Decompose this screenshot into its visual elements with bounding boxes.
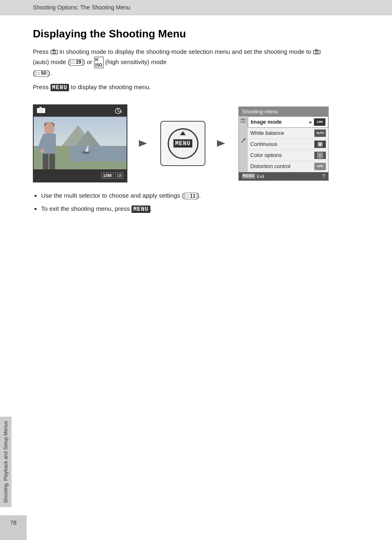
bullet1-text: Use the multi selector to choose and app… [41, 192, 184, 199]
sm-item-icon-s [314, 141, 326, 148]
sm-sidebar-camera-icon [240, 117, 247, 125]
vf-bottom-bar: 10M 18 [34, 169, 127, 182]
svg-rect-20 [319, 143, 321, 145]
sm-footer-exit: Exit [257, 174, 264, 179]
sm-footer: MENU Exit ? [239, 172, 328, 180]
menu-button-circle: MENU [168, 128, 198, 159]
person-head [44, 122, 54, 134]
camera-icon [51, 49, 58, 55]
ref-29: □ 29 [70, 59, 83, 66]
arrow-2 [214, 135, 230, 152]
arrow-1 [136, 135, 152, 152]
person-leg-right [49, 154, 55, 169]
menu-button-box: MENU [160, 121, 205, 166]
sm-body: Image mode ► 10M White balance AUTO Cont… [239, 116, 328, 172]
svg-marker-14 [217, 140, 225, 147]
person-leg-left [43, 154, 48, 169]
body1-press: Press [33, 48, 48, 55]
page-title: Displaying the Shooting Menu [33, 28, 337, 40]
vf-timer-icon: S [114, 107, 123, 115]
header-title: Shooting Options: The Shooting Menu [33, 4, 130, 11]
sm-item-icon-off: OFF [314, 163, 326, 170]
person-legs [43, 153, 56, 169]
scene-person [37, 122, 62, 169]
menu-text-bullet: MENU [131, 205, 150, 213]
sm-item-label: Color options [250, 152, 282, 158]
menu-btn-label: MENU [173, 139, 192, 148]
sm-items: Image mode ► 10M White balance AUTO Cont… [248, 116, 328, 172]
sm-sidebar [239, 116, 248, 172]
bullet2-end: . [150, 205, 152, 212]
menu-text-inline: MENU [51, 84, 69, 91]
vf-scene [34, 117, 127, 169]
sm-item-arrow: ► [309, 120, 313, 125]
vf-camera-icon [37, 107, 45, 115]
diagram-row: S [33, 104, 337, 182]
page-number: 78 [10, 519, 17, 526]
sm-header: Shooting menu [239, 107, 328, 116]
vf-counter: 18 [115, 172, 123, 179]
svg-rect-8 [39, 107, 42, 108]
bullet1-end: ). [197, 192, 201, 199]
sm-item-label: Continuous [250, 141, 277, 147]
body1-end: ). [48, 69, 52, 76]
sm-footer-menu-label: MENU [242, 173, 255, 179]
shooting-menu-mockup: Shooting menu [238, 106, 329, 181]
main-content: Displaying the Shooting Menu Press in sh… [0, 15, 370, 231]
bullet-list: Use the multi selector to choose and app… [41, 191, 337, 214]
body1-auto: (auto) mode ( [33, 58, 70, 65]
sm-item-continuous: Continuous [248, 139, 328, 150]
body1-text: in shooting mode to display the shooting… [60, 48, 313, 55]
scene-sailboat [82, 143, 90, 154]
sm-item-icon-cross [314, 152, 326, 159]
sm-item-white-balance: White balance AUTO [248, 128, 328, 139]
svg-point-1 [53, 51, 55, 53]
bullet-item-1: Use the multi selector to choose and app… [41, 191, 337, 201]
sm-item-color-options: Color options [248, 150, 328, 161]
svg-point-4 [316, 51, 318, 53]
svg-marker-13 [139, 140, 147, 147]
svg-rect-6 [37, 108, 45, 113]
ref-50: □ 50 [35, 70, 48, 77]
high-sens-icon: HISO [94, 57, 104, 68]
sm-item-icon-10m: 10M [314, 118, 325, 126]
sm-item-label: White balance [250, 130, 284, 136]
scene-water [71, 146, 127, 162]
sailboat-sail [85, 144, 88, 152]
sm-item-icon-auto: AUTO [314, 129, 326, 137]
ref-11: □ 11 [184, 193, 197, 199]
sm-item-distortion: Distortion control OFF [248, 161, 328, 172]
vf-top-bar: S [34, 105, 127, 117]
body-paragraph-2: Press MENU to display the shooting menu. [33, 82, 337, 92]
sm-item-image-mode: Image mode ► 10M [248, 116, 328, 128]
vf-counter-num: 18 [117, 173, 122, 178]
body2-press: Press [33, 83, 48, 90]
bullet2-pre: To exit the shooting menu, press [41, 205, 130, 212]
sm-sidebar-wrench-icon [240, 137, 247, 144]
svg-line-11 [118, 111, 120, 112]
camera-icon-2 [313, 49, 321, 55]
page-number-area: 78 [0, 515, 27, 540]
sm-footer-help: ? [322, 173, 325, 179]
svg-point-16 [242, 120, 244, 122]
svg-text:S: S [120, 110, 122, 113]
sm-item-label: Distortion control [250, 163, 291, 169]
vf-badge: 10M [101, 172, 113, 179]
circle-arrow-top [180, 131, 186, 135]
viewfinder-mockup: S [33, 104, 127, 182]
body-paragraph-1: Press in shooting mode to display the sh… [33, 47, 337, 78]
body2-post: to display the shooting menu. [71, 83, 151, 90]
body1-or: ) or [83, 58, 94, 65]
header-bar: Shooting Options: The Shooting Menu [0, 0, 392, 15]
sidebar-tab-text: Shooting, Playback and Setup Menus [3, 421, 9, 503]
sm-item-label: Image mode [251, 119, 282, 125]
bullet-item-2: To exit the shooting menu, press MENU. [41, 204, 337, 214]
sidebar-tab: Shooting, Playback and Setup Menus [0, 417, 12, 507]
